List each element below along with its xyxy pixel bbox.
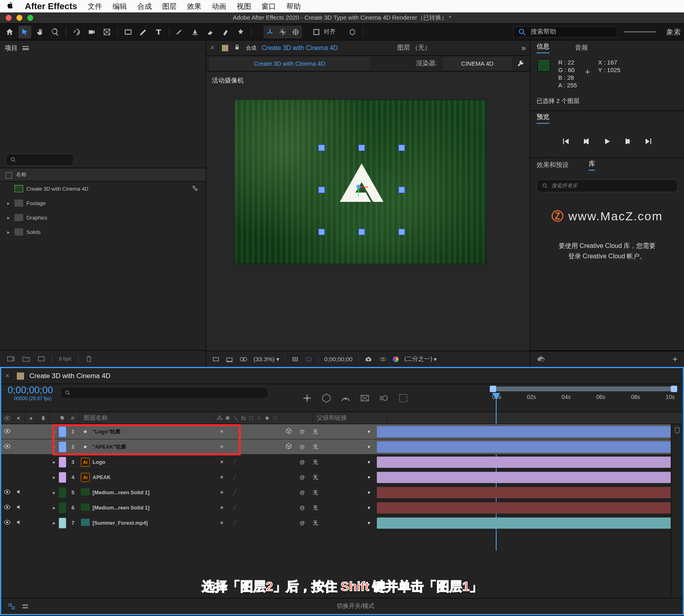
- playhead[interactable]: [492, 393, 500, 399]
- expand-layer-icon[interactable]: ▸: [49, 520, 59, 526]
- resolution-dropdown[interactable]: (二分之一)▾: [404, 355, 437, 363]
- marker-icon[interactable]: [673, 427, 681, 435]
- switch-shy[interactable]: ☀: [214, 474, 229, 480]
- expand-icon[interactable]: ▸: [7, 200, 11, 206]
- label-color[interactable]: [59, 457, 66, 467]
- switch-shy[interactable]: ☀: [214, 489, 229, 495]
- close-icon[interactable]: [6, 15, 12, 21]
- type-tool[interactable]: [152, 26, 165, 38]
- zoom-icon[interactable]: [27, 15, 33, 21]
- label-color[interactable]: [59, 472, 66, 483]
- tab-audio[interactable]: 音频: [575, 44, 588, 52]
- menu-animation[interactable]: 动画: [212, 2, 226, 11]
- next-frame-icon[interactable]: [623, 137, 633, 146]
- switch-collapse[interactable]: ╱: [229, 444, 239, 450]
- pickwhip-icon[interactable]: @: [300, 505, 305, 511]
- layer-row-1[interactable]: ▸1★"Logo"轮廓☀╱@无▾: [1, 424, 683, 439]
- tab-effects-presets[interactable]: 效果和预设: [537, 161, 569, 169]
- library-search-input[interactable]: 搜索所有库: [537, 179, 678, 192]
- rectangle-tool[interactable]: [122, 26, 135, 38]
- logo-shape[interactable]: [336, 159, 388, 212]
- time-ruler[interactable]: 00s 02s 04s 06s 08s 10s: [492, 384, 683, 412]
- expand-layer-icon[interactable]: ▸: [49, 474, 59, 480]
- layer-row-4[interactable]: ▸4AiAPEAK☀╱@无▾: [1, 470, 683, 485]
- project-item-graphics[interactable]: ▸ Graphics: [0, 210, 206, 225]
- handle-bottom-mid[interactable]: [358, 229, 365, 235]
- interpret-footage-icon[interactable]: [6, 354, 15, 363]
- camera-label[interactable]: 活动摄像机: [212, 76, 244, 85]
- magnification-icon[interactable]: [212, 355, 220, 363]
- handle-mid-left[interactable]: [318, 187, 325, 193]
- tab-info[interactable]: 信息: [537, 42, 549, 53]
- audio-toggle[interactable]: [13, 489, 25, 496]
- visibility-toggle[interactable]: [1, 519, 13, 527]
- hand-tool[interactable]: [34, 26, 46, 38]
- project-item-footage[interactable]: ▸ Footage: [0, 196, 206, 210]
- traffic-lights[interactable]: [6, 15, 33, 21]
- audio-toggle[interactable]: [13, 504, 25, 511]
- switch-3d[interactable]: [278, 427, 300, 436]
- cloud-sync-icon[interactable]: [537, 355, 545, 364]
- handle-bottom-right[interactable]: [398, 229, 405, 235]
- label-color[interactable]: [59, 518, 66, 528]
- toggle-modes-icon[interactable]: [21, 602, 29, 610]
- timeline-layers[interactable]: ▸1★"Logo"轮廓☀╱@无▾▸2★"APEAK"轮廓☀╱@无▾▸3AiLog…: [1, 424, 683, 598]
- parent-dropdown[interactable]: 无▾: [310, 474, 374, 481]
- prev-frame-icon[interactable]: [581, 137, 591, 146]
- layer-row-7[interactable]: ▸7[Summer_Forest.mp4]☀╱@无▾: [1, 515, 683, 531]
- tab-library[interactable]: 库: [589, 160, 595, 171]
- pickwhip-icon[interactable]: @: [300, 429, 305, 435]
- switch-collapse[interactable]: ╱: [229, 474, 239, 480]
- world-axis-icon[interactable]: [276, 26, 289, 38]
- flowchart-icon[interactable]: [191, 185, 199, 193]
- mac-menubar[interactable]: After Effects 文件 编辑 合成 图层 效果 动画 视图 窗口 帮助: [0, 0, 684, 12]
- show-channel-icon[interactable]: [378, 355, 387, 363]
- snapping-checkbox[interactable]: [310, 26, 323, 38]
- project-search-input[interactable]: [6, 154, 74, 166]
- label-color[interactable]: [59, 427, 66, 437]
- close-tab-icon[interactable]: ×: [5, 372, 10, 380]
- 3d-mode-group[interactable]: [264, 26, 302, 38]
- switch-shy[interactable]: ☀: [214, 459, 229, 465]
- motion-blur-icon[interactable]: [378, 393, 390, 404]
- menu-effect[interactable]: 效果: [187, 2, 201, 11]
- expand-icon[interactable]: ▸: [7, 215, 11, 221]
- current-timecode[interactable]: 0;00;00;00: [8, 384, 53, 396]
- parent-dropdown[interactable]: 无▾: [310, 519, 374, 527]
- visibility-toggle[interactable]: [1, 443, 13, 451]
- renderer-selector-button[interactable]: CINEMA 4D: [443, 58, 511, 70]
- add-icon[interactable]: +: [672, 354, 678, 364]
- switch-collapse[interactable]: ╱: [229, 489, 239, 495]
- layer-bar[interactable]: [374, 501, 683, 514]
- clone-stamp-tool[interactable]: [189, 26, 201, 38]
- snapshot-icon[interactable]: [364, 355, 373, 363]
- comp-mini-flowchart-icon[interactable]: [302, 393, 313, 404]
- renderer-settings-icon[interactable]: [515, 60, 527, 68]
- new-folder-icon[interactable]: [22, 354, 30, 363]
- menu-view[interactable]: 视图: [237, 2, 251, 11]
- color-management-icon[interactable]: [393, 356, 398, 362]
- minimize-icon[interactable]: [16, 15, 22, 21]
- resolution-icon[interactable]: [291, 355, 299, 363]
- camera-tool[interactable]: [85, 26, 98, 38]
- parent-dropdown[interactable]: 无▾: [310, 428, 374, 435]
- project-item-solids[interactable]: ▸ Solids: [0, 225, 206, 239]
- layer-name[interactable]: [Medium...reen Solid 1]: [91, 505, 214, 511]
- expand-layer-icon[interactable]: ▸: [49, 489, 59, 495]
- switch-shy[interactable]: ☀: [214, 429, 229, 435]
- layer-row-5[interactable]: ▸5[Medium...reen Solid 1]☀╱@无▾: [1, 485, 683, 500]
- roi-icon[interactable]: [305, 355, 313, 363]
- label-color[interactable]: [59, 503, 66, 513]
- layer-bar[interactable]: [374, 456, 683, 469]
- layer-bar[interactable]: [374, 471, 683, 484]
- label-color[interactable]: [59, 487, 66, 498]
- menu-layer[interactable]: 图层: [162, 2, 177, 11]
- pickwhip-icon[interactable]: @: [300, 489, 305, 495]
- eraser-tool[interactable]: [204, 26, 217, 38]
- workspace-switcher[interactable]: [624, 31, 656, 32]
- panel-menu-icon[interactable]: [22, 46, 29, 50]
- mask-icon[interactable]: [239, 355, 248, 364]
- local-axis-icon[interactable]: [264, 26, 276, 38]
- switch-shy[interactable]: ☀: [214, 444, 229, 450]
- zoom-tool[interactable]: [49, 26, 62, 38]
